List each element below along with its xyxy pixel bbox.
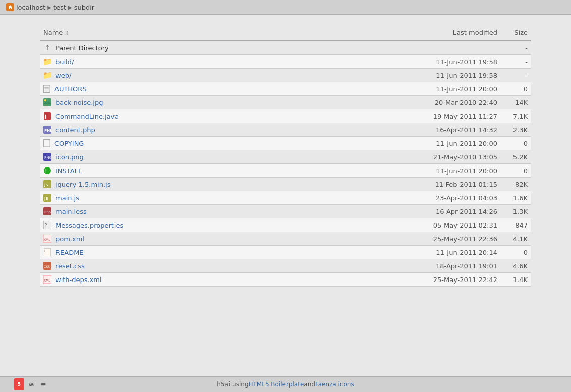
file-name-cell: COPYING [40,137,294,150]
col-header-size[interactable]: Size [500,25,531,41]
table-row: i README11-Jun-2011 20:140 [40,246,531,259]
file-modified-cell: 11-Jun-2011 20:00 [294,82,500,96]
breadcrumb-localhost[interactable]: localhost [16,4,45,11]
file-size-cell: 1.4K [500,273,531,287]
file-modified-cell: 21-May-2010 13:05 [294,150,500,164]
table-row: back-noise.jpg20-Mar-2010 22:4014K [40,96,531,109]
table-row: J CommandLine.java19-May-2011 11:277.1K [40,109,531,123]
file-name-cell: ↑Parent Directory [40,41,294,54]
sass-icon: ≡ [38,379,48,389]
file-name-cell: XML pom.xml [40,232,294,245]
table-row: i INSTALL11-Jun-2011 20:000 [40,164,531,178]
file-name-cell: i INSTALL [40,164,294,177]
svg-text:LESS: LESS [44,210,51,214]
table-row: 📁web/11-Jun-2011 19:58- [40,69,531,82]
file-size-cell: 847 [500,218,531,232]
file-modified-cell: 16-Apr-2011 14:32 [294,123,500,137]
table-row: ? Messages.properties05-May-2011 02:3184… [40,218,531,232]
footer: 5 ≋ ≡ h5ai using HTML5 Boilerplate and F… [0,376,571,392]
file-link[interactable]: AUTHORS [54,85,87,93]
parent-dir-label: Parent Directory [55,44,109,52]
breadcrumb-sep-1: ▶ [47,5,51,10]
file-name-cell: AUTHORS [40,82,294,95]
generic-file-icon [43,139,50,147]
table-row: XML with-deps.xml25-May-2011 22:421.4K [40,273,531,287]
svg-text:PHP: PHP [44,129,51,133]
file-size-cell: 7.1K [500,109,531,123]
file-size-cell: - [500,69,531,82]
file-link[interactable]: main.less [55,208,87,215]
breadcrumb-sep-2: ▶ [68,5,72,10]
readme-file-icon: i [43,248,51,256]
js-file-icon: JS [43,180,51,188]
file-link[interactable]: CommandLine.java [55,113,119,120]
footer-boilerplate-link[interactable]: HTML5 Boilerplate [249,381,304,388]
file-name-cell: 📁web/ [40,69,294,82]
file-link[interactable]: pom.xml [55,235,84,243]
breadcrumb-test-link[interactable]: test [53,4,66,11]
file-link[interactable]: with-deps.xml [55,276,102,284]
png-file-icon: PNG [43,153,51,161]
breadcrumb-test[interactable]: test [53,4,66,11]
file-name-cell: CSS reset.css [40,259,294,272]
file-modified-cell: 05-May-2011 02:31 [294,218,500,232]
java-file-icon: J [43,112,51,120]
file-link[interactable]: icon.png [55,153,84,161]
svg-text:XML: XML [44,238,50,241]
table-row: PNG icon.png21-May-2010 13:055.2K [40,150,531,164]
html5-icon: 5 [14,378,24,390]
svg-text:i: i [45,169,46,174]
file-modified-cell: 25-May-2011 22:36 [294,232,500,246]
col-header-modified[interactable]: Last modified [294,25,500,41]
file-size-cell: 14K [500,96,531,109]
file-modified-cell: 19-May-2011 11:27 [294,109,500,123]
php-file-icon: PHP [43,126,51,134]
file-link[interactable]: back-noise.jpg [55,99,103,106]
file-link[interactable]: README [55,249,84,256]
file-name-cell: PNG icon.png [40,150,294,163]
file-name-cell: LESS main.less [40,205,294,218]
file-size-cell: 0 [500,82,531,96]
file-link[interactable]: build/ [55,58,74,66]
breadcrumb-subdir-link[interactable]: subdir [74,4,94,11]
svg-text:J: J [44,115,46,119]
breadcrumb-subdir[interactable]: subdir [74,4,94,11]
file-size-cell: 0 [500,137,531,150]
file-name-cell: 📁build/ [40,55,294,68]
file-link[interactable]: jquery-1.5.min.js [55,181,110,188]
table-row: JS jquery-1.5.min.js11-Feb-2011 01:1582K [40,178,531,191]
table-row: ↑Parent Directory- [40,41,531,55]
css3-icon: ≋ [26,379,36,389]
xml-file-icon: XML [43,235,51,243]
file-link[interactable]: Messages.properties [55,221,123,229]
table-row: PHP content.php16-Apr-2011 14:322.3K [40,123,531,137]
table-row: LESS main.less16-Apr-2011 14:261.3K [40,205,531,218]
file-size-cell: - [500,55,531,69]
file-link[interactable]: web/ [55,72,71,79]
file-modified-cell: 11-Jun-2011 19:58 [294,55,500,69]
footer-text2: and [304,381,315,388]
file-link[interactable]: content.php [55,126,95,134]
file-modified-cell: 11-Jun-2011 20:00 [294,164,500,178]
file-link[interactable]: INSTALL [55,167,82,175]
svg-text:CSS: CSS [44,265,50,268]
properties-file-icon: ? [43,221,51,229]
file-link[interactable]: reset.css [55,262,85,270]
svg-rect-12 [44,140,50,147]
file-name-cell: back-noise.jpg [40,96,294,109]
file-modified-cell: 20-Mar-2010 22:40 [294,96,500,109]
less-file-icon: LESS [43,207,51,215]
col-header-name[interactable]: Name ↕ [40,25,294,41]
file-name-cell: JS main.js [40,191,294,204]
file-link[interactable]: main.js [55,194,79,202]
file-name-cell: PHP content.php [40,123,294,136]
file-listing-table: Name ↕ Last modified Size ↑Parent Direct… [40,25,531,287]
main-content: Name ↕ Last modified Size ↑Parent Direct… [0,15,571,376]
file-modified-cell: 18-Apr-2011 19:01 [294,259,500,273]
file-link[interactable]: COPYING [54,140,84,147]
file-name-cell: XML with-deps.xml [40,273,294,286]
breadcrumb-home[interactable]: localhost [6,3,45,11]
footer-faenza-link[interactable]: Faenza icons [315,381,354,388]
install-file-icon: i [43,166,51,175]
svg-text:PNG: PNG [44,156,51,160]
